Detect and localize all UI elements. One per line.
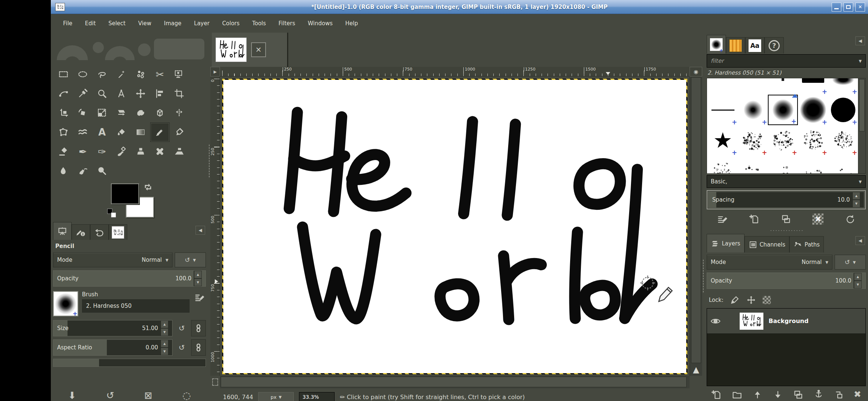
tool-text[interactable]: A (92, 123, 112, 142)
tool-flip[interactable] (170, 103, 189, 123)
menu-select[interactable]: Select (102, 18, 132, 29)
size-reset-icon[interactable]: ↺ (175, 322, 188, 335)
tab-paths[interactable]: Paths (789, 236, 824, 252)
opacity-spinner[interactable]: ▲▼ (194, 271, 202, 286)
scroll-up-icon[interactable]: ▲ (690, 365, 702, 375)
tool-move[interactable] (131, 84, 150, 103)
tab-undo-history[interactable] (90, 224, 109, 240)
brush-specks4[interactable] (798, 156, 828, 173)
tool-bucket-fill[interactable] (112, 123, 131, 142)
spacing-slider[interactable]: Spacing 10.0 ▲▼ (708, 192, 864, 208)
panel-resize-handle[interactable] (702, 33, 704, 401)
merge-layer-icon[interactable] (834, 389, 845, 400)
layer-mode-reset-button[interactable]: ↺▼ (835, 255, 866, 270)
tool-select-by-color[interactable] (131, 65, 150, 84)
brush-splat4[interactable]: + (828, 125, 858, 156)
menu-filters[interactable]: Filters (272, 18, 302, 29)
tool-scissors-select[interactable]: ✂ (150, 65, 170, 84)
save-tool-preset-icon[interactable]: ⬇ (68, 390, 76, 401)
canvas[interactable] (223, 80, 686, 373)
close-image-icon[interactable]: ✕ (251, 42, 266, 57)
brush-bar[interactable]: + (798, 78, 828, 95)
reset-tool-options-icon[interactable]: ◌ (183, 390, 191, 401)
tab-patterns[interactable] (726, 37, 745, 53)
swap-colors-icon[interactable] (143, 182, 154, 193)
tool-gradient[interactable] (131, 123, 150, 142)
lower-layer-icon[interactable] (772, 389, 783, 400)
tool-handle-transform[interactable] (131, 103, 150, 123)
unit-select[interactable]: px▼ (258, 392, 294, 401)
tab-layers[interactable]: Layers (707, 234, 744, 252)
tool-rectangle-select[interactable] (54, 65, 73, 84)
menu-edit[interactable]: Edit (79, 18, 102, 29)
horizontal-scrollbar[interactable] (220, 376, 690, 388)
duplicate-layer-icon[interactable] (793, 389, 804, 400)
size-slider[interactable]: Size 51.00 ▲▼ (53, 320, 172, 336)
brush-splat3[interactable]: + (798, 125, 828, 156)
tool-ink[interactable]: ✑ (92, 142, 112, 161)
opacity-slider[interactable]: Opacity 100.0 ▲▼ (53, 270, 206, 287)
collapse-left-icon[interactable]: ◀ (855, 236, 865, 245)
tool-perspective-clone[interactable] (170, 142, 189, 161)
edit-brush-icon[interactable] (193, 291, 206, 304)
brush-specks5[interactable] (828, 156, 858, 173)
tool-rotate[interactable] (73, 103, 92, 123)
menu-view[interactable]: View (132, 18, 158, 29)
ruler-menu-icon[interactable]: ▶ (210, 67, 220, 76)
vertical-ruler[interactable]: 02505007501000 (210, 76, 220, 376)
raise-layer-icon[interactable] (752, 389, 763, 400)
tool-free-select[interactable] (92, 65, 112, 84)
brush-group-select[interactable]: Basic, ▼ (707, 175, 866, 188)
duplicate-brush-icon[interactable] (780, 213, 792, 225)
zoom-level-field[interactable]: 33.3% (299, 392, 335, 401)
tool-pencil[interactable] (150, 123, 170, 142)
tool-blur-sharpen[interactable] (54, 161, 73, 180)
layer-row[interactable]: Background (707, 309, 865, 334)
collapse-left-icon[interactable]: ◀ (855, 36, 865, 45)
aspect-ratio-slider[interactable]: Aspect Ratio 0.00 ▲▼ (53, 339, 172, 356)
aspect-link-icon[interactable] (191, 339, 206, 356)
paint-mode-select[interactable]: Mode Normal ▼ (53, 252, 172, 267)
brush-name-field[interactable]: 2. Hardness 050 (82, 299, 190, 313)
delete-brush-icon[interactable]: ✖ (812, 213, 823, 225)
menu-help[interactable]: Help (339, 18, 364, 29)
brush-splat2[interactable]: + (768, 125, 798, 156)
tab-help[interactable]: ? (765, 37, 784, 53)
tool-smudge[interactable] (73, 161, 92, 180)
new-group-icon[interactable] (731, 389, 743, 400)
horizontal-ruler[interactable]: 2505007501000125015001750 (220, 67, 690, 76)
tool-eraser[interactable] (54, 142, 73, 161)
aspect-reset-icon[interactable]: ↺ (175, 341, 188, 354)
vertical-scrollbar-thumb[interactable] (691, 77, 701, 363)
navigation-preview-icon[interactable] (210, 376, 220, 388)
anchor-layer-icon[interactable] (813, 389, 824, 400)
new-layer-icon[interactable] (711, 389, 722, 400)
brush-ellipse[interactable]: + (828, 78, 858, 95)
delete-tool-preset-icon[interactable]: ⊠ (144, 390, 152, 401)
size-link-icon[interactable] (191, 320, 206, 336)
collapse-left-icon[interactable]: ◀ (195, 226, 205, 235)
brush-round[interactable]: + (828, 95, 858, 125)
tool-shear[interactable] (112, 103, 131, 123)
brush-specks3[interactable] (768, 156, 798, 173)
brush-soft2[interactable]: + (768, 95, 798, 125)
spacing-spinner[interactable]: ▲▼ (852, 192, 860, 208)
brush-soft3[interactable]: + (798, 95, 828, 125)
layer-name[interactable]: Background (769, 317, 809, 325)
default-colors-icon[interactable] (107, 209, 117, 218)
tool-cage-transform[interactable] (54, 123, 73, 142)
title-bar[interactable]: *[Untitled]-1.0 (RGB color 8-bit gamma i… (51, 0, 868, 14)
tool-warp-transform[interactable] (73, 123, 92, 142)
new-brush-icon[interactable] (749, 213, 760, 225)
tool-3d-transform[interactable] (150, 103, 170, 123)
tool-scale[interactable] (92, 103, 112, 123)
tool-unified-transform[interactable] (54, 103, 73, 123)
vertical-scrollbar[interactable]: ▲ (690, 76, 702, 376)
eye-icon[interactable] (710, 316, 721, 327)
image-tab[interactable]: ✕ (212, 33, 288, 67)
foreground-color-swatch[interactable] (111, 183, 139, 204)
tool-fuzzy-select[interactable] (112, 65, 131, 84)
tool-zoom[interactable] (92, 84, 112, 103)
menu-layer[interactable]: Layer (188, 18, 216, 29)
tool-color-picker[interactable] (73, 84, 92, 103)
